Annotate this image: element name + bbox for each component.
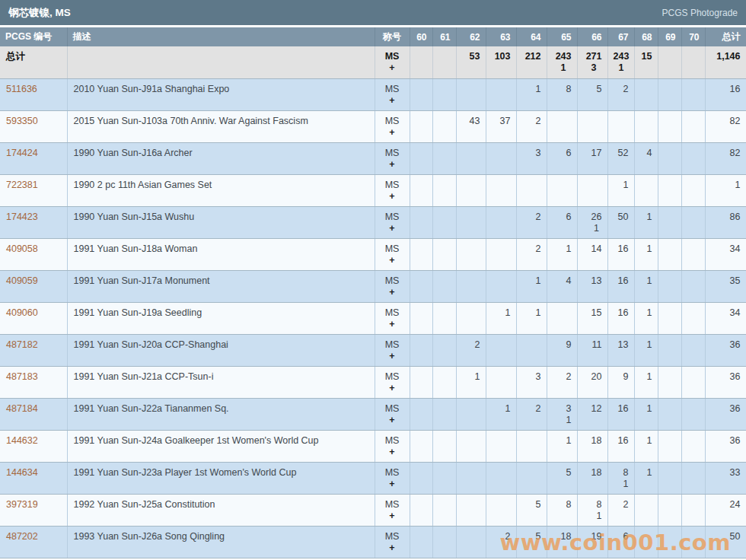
page-title: 钢芯镀镍, MS: [8, 6, 71, 20]
grade-61-count: [432, 366, 456, 398]
pcgs-number-link[interactable]: 409060: [6, 307, 38, 318]
grade-62-count: [456, 142, 486, 174]
grade-61-count: [432, 462, 456, 494]
grade-69-count: [658, 46, 681, 78]
table-row: 4871831991 Yuan Sun-J21a CCP-Tsun-iMS+13…: [0, 366, 746, 398]
grade-69-count: [658, 270, 681, 302]
pcgs-number-link[interactable]: 487182: [6, 339, 38, 350]
row-total: 82: [705, 110, 746, 142]
grade-65-count: [547, 174, 577, 206]
grade-70-count: [681, 526, 705, 558]
grade-62-count: 2: [456, 334, 486, 366]
designation-cell: MS+: [375, 110, 410, 142]
grade-60-count: [410, 46, 432, 78]
grade-63-count: 2: [486, 526, 516, 558]
table-row: 4090591991 Yuan Sun-J17a MonumentMS+1413…: [0, 270, 746, 302]
pcgs-number-link[interactable]: 487202: [6, 531, 38, 542]
grade-67-count: 16: [607, 270, 634, 302]
pcgs-number-link[interactable]: 593350: [6, 116, 38, 126]
pcgs-number-link[interactable]: 409059: [6, 275, 38, 286]
grade-64-count: [516, 334, 547, 366]
grade-62-count: [456, 430, 486, 462]
row-total: 34: [705, 302, 746, 334]
grade-62-count: [456, 494, 486, 526]
grade-63-count: [486, 430, 516, 462]
pcgs-number-cell: 409058: [0, 238, 67, 270]
row-total: 33: [705, 462, 746, 494]
row-total: 35: [705, 270, 746, 302]
grade-65-count: 1: [547, 430, 577, 462]
row-total: 36: [705, 430, 746, 462]
designation-plus-label: +: [377, 127, 408, 138]
grade-63-count: [486, 366, 516, 398]
grade-70-count: [681, 366, 705, 398]
designation-label: MS: [377, 498, 408, 511]
table-row: 4090601991 Yuan Sun-J19a SeedlingMS+1115…: [0, 302, 746, 334]
grade-62-count: [456, 238, 486, 270]
coin-description: 1991 Yuan Sun-J24a Goalkeeper 1st Women'…: [67, 430, 375, 462]
grade-67-count: 1: [607, 174, 634, 206]
grade-68-count: 1: [634, 302, 658, 334]
table-row: 4871821991 Yuan Sun-J20a CCP-ShanghaiMS+…: [0, 334, 746, 366]
grade-69-count: [658, 302, 681, 334]
grade-61-count: [432, 334, 456, 366]
pcgs-number-link[interactable]: 409058: [6, 243, 38, 254]
grade-63-count: [486, 494, 516, 526]
pcgs-number-link[interactable]: 174423: [6, 212, 38, 222]
pcgs-number-link[interactable]: 511636: [6, 84, 37, 94]
designation-plus-label: +: [377, 319, 408, 330]
grade-67-count: [607, 110, 634, 142]
totals-row: 总计MS+53103212243127132431151,146: [0, 46, 746, 78]
coin-description: 1990 Yuan Sun-J15a Wushu: [67, 206, 375, 238]
pcgs-number-link[interactable]: 397319: [6, 499, 38, 510]
grade-60-count: [410, 494, 432, 526]
grade-68-count: [634, 526, 658, 558]
grade-61-count: [432, 430, 456, 462]
title-bar: 钢芯镀镍, MS PCGS Photograde: [0, 0, 746, 25]
grade-64-count: 5: [516, 526, 547, 558]
grade-62-count: 1: [456, 366, 486, 398]
photograde-link[interactable]: PCGS Photograde: [662, 8, 738, 18]
col-header-67: 67: [607, 27, 634, 46]
col-header-66: 66: [577, 27, 607, 46]
totals-label: 总计: [0, 46, 67, 78]
grade-66-count: 14: [577, 238, 607, 270]
grade-68-count: 1: [634, 206, 658, 238]
grade-69-count: [658, 206, 681, 238]
grade-64-count: 212: [516, 46, 547, 78]
grade-64-count: 1: [516, 78, 547, 110]
designation-cell: MS+: [375, 46, 410, 78]
pcgs-number-link[interactable]: 144634: [6, 467, 38, 478]
grade-64-count: 3: [516, 142, 547, 174]
grade-68-count: [634, 494, 658, 526]
pcgs-number-cell: 511636: [0, 78, 67, 110]
pcgs-number-link[interactable]: 487184: [6, 403, 38, 414]
pcgs-number-link[interactable]: 487183: [6, 371, 38, 382]
grade-69-count: [658, 366, 681, 398]
grade-67-count: 16: [607, 398, 634, 430]
designation-label: MS: [377, 275, 408, 287]
pcgs-number-link[interactable]: 144632: [6, 435, 38, 446]
pcgs-number-link[interactable]: 722381: [6, 180, 38, 190]
row-total: 1,146: [705, 46, 746, 78]
grade-65-count: 2431: [547, 46, 577, 78]
pcgs-number-link[interactable]: 174424: [6, 148, 38, 158]
col-header-description: 描述: [67, 27, 375, 46]
grade-65-count: [547, 110, 577, 142]
grade-63-count: [486, 462, 516, 494]
designation-label: MS: [377, 371, 408, 383]
designation-plus-label: +: [377, 383, 408, 394]
grade-63-count: [486, 174, 516, 206]
grade-61-count: [432, 78, 456, 110]
grade-64-count: 2: [516, 110, 547, 142]
designation-cell: MS+: [375, 78, 410, 110]
grade-65-count: 18: [547, 526, 577, 558]
table-row: 4872021993 Yuan Sun-J26a Song QinglingMS…: [0, 526, 746, 558]
grade-64-count: [516, 430, 547, 462]
grade-65-count: 31: [547, 398, 577, 430]
designation-label: MS: [377, 434, 408, 447]
row-total: 16: [705, 78, 746, 110]
grade-67-count: 16: [607, 238, 634, 270]
grade-68-count: 1: [634, 398, 658, 430]
designation-label: MS: [377, 243, 408, 255]
